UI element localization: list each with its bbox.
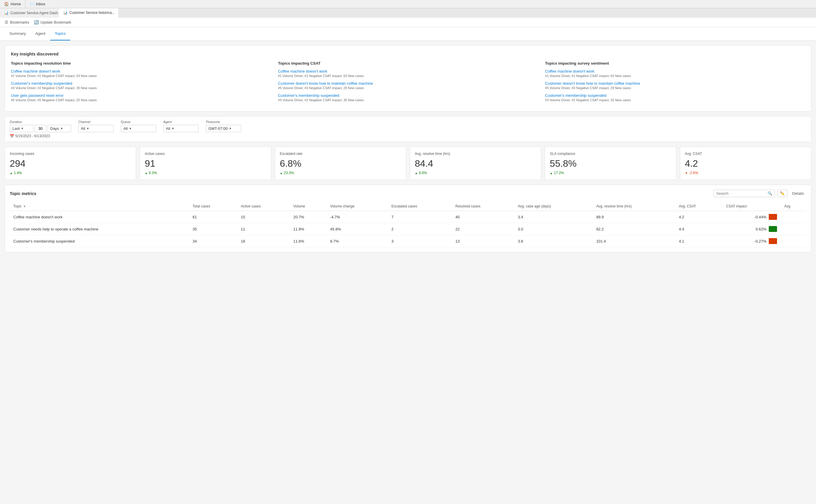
inbox-tab[interactable]: 📨 Inbox	[25, 0, 50, 8]
filter-timezone-select[interactable]: GMT-07:00 ▼	[206, 125, 241, 132]
filter-duration-preset-select[interactable]: Last ▼	[10, 125, 33, 132]
insights-grid: Topics impacting resolution time Coffee …	[11, 61, 805, 105]
insight-link-0-1[interactable]: Customer's membership suspended	[11, 81, 271, 86]
col-resolved-cases[interactable]: Resolved cases	[452, 202, 515, 211]
table-card: Topic metrics 🔍 ✏️ Details Topic ▼ Total	[5, 185, 811, 252]
kpi-sla-change-value: 17.2%	[554, 171, 564, 175]
col-active-cases[interactable]: Active cases	[237, 202, 290, 211]
row-2-avg-resolve: 101.4	[593, 235, 676, 247]
tab-agent-dash[interactable]: 📊 Customer Service Agent Dash...	[0, 8, 59, 18]
row-2-escalated: 3	[388, 235, 452, 247]
kpi-row: Incoming cases 294 ▲ 1.4% Active cases 9…	[5, 147, 811, 180]
col-avg[interactable]: Avg	[781, 202, 806, 211]
kpi-card-active: Active cases 91 ▲ 8.3%	[140, 147, 271, 180]
kpi-incoming-value: 294	[10, 158, 131, 169]
insight-col-resolution-heading: Topics impacting resolution time	[11, 61, 271, 66]
home-tab[interactable]: 🏠 Home	[0, 0, 25, 8]
search-box[interactable]: 🔍	[714, 190, 775, 197]
update-bookmark-button[interactable]: 🔄 Update Bookmark	[34, 20, 71, 24]
insight-link-0-2[interactable]: User gets password reset error	[11, 93, 271, 98]
kpi-csat-value: 4.2	[685, 158, 806, 169]
sort-icon-topic: ▼	[23, 205, 26, 208]
row-0-topic: Coffee machine doesn't work	[10, 211, 189, 223]
tab-agent[interactable]: Agent	[31, 27, 50, 40]
chevron-down-icon: ▼	[21, 127, 24, 130]
filter-duration-label: Duration	[10, 120, 71, 124]
bookmarks-button[interactable]: ☰ Bookmarks	[5, 20, 29, 24]
kpi-escalated-change-value: 23.3%	[284, 171, 294, 175]
tab-summary[interactable]: Summary	[5, 27, 31, 40]
col-volume[interactable]: Volume	[290, 202, 327, 211]
kpi-csat-change-value: -2.6%	[689, 171, 698, 175]
row-0-resolved: 40	[452, 211, 515, 223]
filter-queue-select[interactable]: All ▼	[121, 125, 156, 132]
row-2-avg	[781, 235, 806, 247]
col-escalated-cases[interactable]: Escalated cases	[388, 202, 452, 211]
details-button[interactable]: Details	[790, 190, 806, 197]
tab-label-agent-dash: Customer Service Agent Dash...	[10, 11, 59, 15]
filter-duration-value-input[interactable]	[35, 125, 46, 132]
insight-link-1-2[interactable]: Customer's membership suspended	[278, 93, 538, 98]
table-row: Customer needs help to operate a coffee …	[10, 223, 806, 235]
row-0-avg-csat: 4.2	[675, 211, 722, 223]
filter-timezone-label: Timezone	[206, 120, 241, 124]
insight-link-2-1[interactable]: Customer doesn't know how to maintain co…	[545, 81, 805, 86]
insight-link-0-0[interactable]: Coffee machine doesn't work	[11, 69, 271, 73]
bookmarks-label: Bookmarks	[10, 20, 29, 24]
row-0-volume: 20.7%	[290, 211, 327, 223]
home-icon: 🏠	[4, 2, 9, 6]
row-1-topic: Customer needs help to operate a coffee …	[10, 223, 189, 235]
filter-timezone-value: GMT-07:00	[208, 126, 228, 131]
filter-agent-label: Agent	[163, 120, 199, 124]
filter-agent-select[interactable]: All ▼	[163, 125, 199, 132]
insight-link-2-0[interactable]: Coffee machine doesn't work	[545, 69, 805, 73]
inbox-icon: 📨	[30, 2, 34, 6]
row-2-csat-impact: -0.27%	[722, 235, 781, 247]
col-avg-case-age[interactable]: Avg. case age (days)	[514, 202, 593, 211]
kpi-escalated-title: Escalated rate	[280, 152, 401, 156]
kpi-active-change: ▲ 8.3%	[145, 171, 266, 175]
kpi-active-value: 91	[145, 158, 266, 169]
row-0-csat-impact-value: -0.44%	[754, 215, 766, 219]
table-header-row-el: Topic ▼ Total cases Active cases Volume …	[10, 202, 806, 211]
tab-historical[interactable]: 📊 Customer Service historica... ✕	[59, 8, 118, 18]
filter-duration-unit-select[interactable]: Days ▼	[48, 125, 71, 132]
col-csat-impact[interactable]: CSAT impact	[722, 202, 781, 211]
insight-col-sentiment-heading: Topics impacting survey sentiment	[545, 61, 805, 66]
kpi-incoming-change: ▲ 1.4%	[10, 171, 131, 175]
insight-link-1-1[interactable]: Customer doesn't know how to maintain co…	[278, 81, 538, 86]
col-volume-change[interactable]: Volume change	[326, 202, 388, 211]
col-avg-resolve-time[interactable]: Avg. resolve time (hrs)	[593, 202, 676, 211]
insight-link-2-2[interactable]: Customer's membership suspended	[545, 93, 805, 98]
col-topic[interactable]: Topic ▼	[10, 202, 189, 211]
row-1-escalated: 2	[388, 223, 452, 235]
filter-channel-select[interactable]: All ▼	[78, 125, 114, 132]
search-input[interactable]	[716, 191, 766, 196]
arrow-up-icon-escalated: ▲	[280, 171, 283, 175]
kpi-resolve-title: Avg. resolve time (hrs)	[415, 152, 536, 156]
kpi-card-resolve: Avg. resolve time (hrs) 84.4 ▲ 8.6%	[410, 147, 541, 180]
row-2-active: 18	[237, 235, 290, 247]
insights-card: Key insights discovered Topics impacting…	[5, 45, 811, 112]
kpi-active-change-value: 8.3%	[149, 171, 157, 175]
chevron-down-icon-channel: ▼	[86, 127, 89, 130]
insight-col-resolution: Topics impacting resolution time Coffee …	[11, 61, 271, 105]
kpi-escalated-change: ▲ 23.3%	[280, 171, 401, 175]
insight-link-1-0[interactable]: Coffee machine doesn't work	[278, 69, 538, 73]
row-1-csat-bar-green	[769, 226, 777, 232]
row-0-csat-bar-red	[769, 214, 777, 220]
kpi-card-escalated: Escalated rate 6.8% ▲ 23.3%	[275, 147, 406, 180]
tab-topics[interactable]: Topics	[50, 27, 71, 40]
filter-agent: Agent All ▼	[163, 120, 199, 132]
table-head: Topic ▼ Total cases Active cases Volume …	[10, 202, 806, 211]
col-total-cases[interactable]: Total cases	[189, 202, 237, 211]
col-avg-csat[interactable]: Avg. CSAT	[675, 202, 722, 211]
row-2-volume: 11.6%	[290, 235, 327, 247]
row-1-avg-resolve: 82.2	[593, 223, 676, 235]
kpi-resolve-change: ▲ 8.6%	[415, 171, 536, 175]
edit-button[interactable]: ✏️	[777, 190, 787, 197]
tab-icon-agent-dash: 📊	[4, 11, 9, 15]
filter-duration: Duration Last ▼ Days ▼	[10, 120, 71, 132]
update-bookmark-label: Update Bookmark	[40, 20, 71, 24]
home-label: Home	[11, 2, 21, 6]
